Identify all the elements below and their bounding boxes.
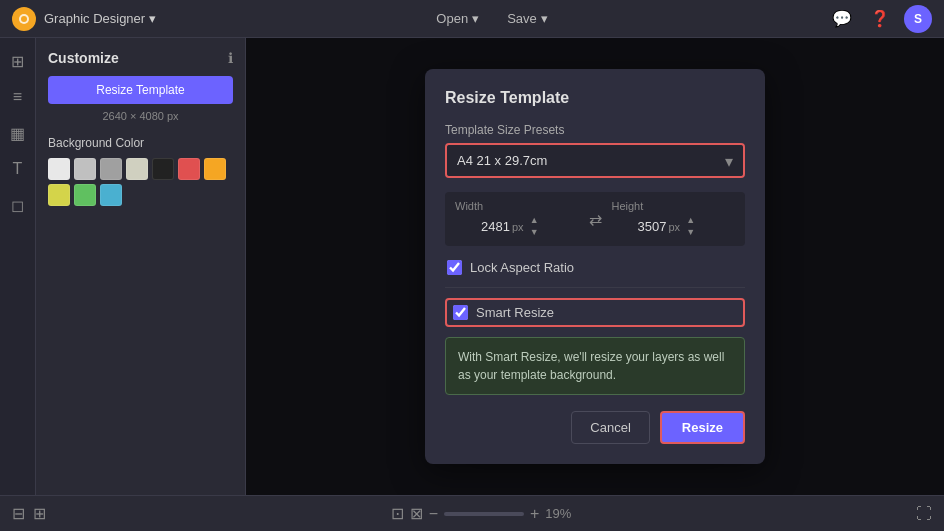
grid-button[interactable]: ▦ (3, 118, 33, 148)
swatch-yellow[interactable] (48, 184, 70, 206)
zoom-slider[interactable] (444, 512, 524, 516)
zoom-out-icon[interactable]: − (429, 505, 438, 523)
svg-point-1 (21, 16, 27, 22)
bottombar-center: ⊡ ⊠ − + 19% (391, 504, 572, 523)
zoom-control: ⊡ ⊠ − + 19% (391, 504, 572, 523)
resize-template-modal: Resize Template Template Size Presets A4… (425, 69, 765, 464)
smart-resize-label[interactable]: Smart Resize (476, 305, 554, 320)
width-increment-button[interactable]: ▲ (528, 215, 541, 226)
bg-color-label: Background Color (48, 136, 233, 150)
width-decrement-button[interactable]: ▼ (528, 227, 541, 238)
height-input-wrapper: px ▲ ▼ (612, 215, 736, 238)
dimensions-row: Width px ▲ ▼ ⇄ Height (445, 192, 745, 246)
divider (445, 287, 745, 288)
bottombar: ⊟ ⊞ ⊡ ⊠ − + 19% ⛶ (0, 495, 944, 531)
cancel-button[interactable]: Cancel (571, 411, 649, 444)
smart-resize-checkbox[interactable] (453, 305, 468, 320)
preset-select-wrapper: A4 21 x 29.7cm A3 29.7 x 42cm Letter 8.5… (445, 143, 745, 178)
topbar: Graphic Designer ▾ Open ▾ Save ▾ 💬 ❓ S (0, 0, 944, 38)
swatch-orange[interactable] (204, 158, 226, 180)
comment-button[interactable]: 💬 (828, 5, 856, 33)
canvas-area: Resize Template Template Size Presets A4… (246, 38, 944, 495)
bottombar-right: ⛶ (916, 505, 932, 523)
color-swatches (48, 158, 233, 206)
resize-button[interactable]: Resize (660, 411, 745, 444)
save-button[interactable]: Save ▾ (499, 7, 556, 30)
preset-label: Template Size Presets (445, 123, 745, 137)
modal-title: Resize Template (445, 89, 745, 107)
width-stepper: ▲ ▼ (528, 215, 541, 238)
swatch-red[interactable] (178, 158, 200, 180)
height-group: Height px ▲ ▼ (612, 200, 736, 238)
left-icon-bar: ⊞ ≡ ▦ T ◻ (0, 38, 36, 495)
height-stepper: ▲ ▼ (684, 215, 697, 238)
width-unit: px (512, 221, 524, 233)
swatch-blue[interactable] (100, 184, 122, 206)
save-chevron-icon: ▾ (541, 11, 548, 26)
height-input[interactable] (612, 219, 667, 234)
topbar-center: Open ▾ Save ▾ (428, 7, 555, 30)
width-label: Width (455, 200, 579, 212)
info-icon[interactable]: ℹ (228, 50, 233, 66)
side-panel-title: Customize (48, 50, 119, 66)
open-button[interactable]: Open ▾ (428, 7, 487, 30)
width-group: Width px ▲ ▼ (455, 200, 579, 238)
topbar-right: 💬 ❓ S (828, 5, 932, 33)
open-chevron-icon: ▾ (472, 11, 479, 26)
help-button[interactable]: ❓ (866, 5, 894, 33)
swatch-white[interactable] (48, 158, 70, 180)
height-decrement-button[interactable]: ▼ (684, 227, 697, 238)
resize-template-button[interactable]: Resize Template (48, 76, 233, 104)
list-view-icon[interactable]: ⊞ (33, 504, 46, 523)
swatch-warm-gray[interactable] (126, 158, 148, 180)
height-increment-button[interactable]: ▲ (684, 215, 697, 226)
shapes-button[interactable]: ◻ (3, 190, 33, 220)
side-panel: Customize ℹ Resize Template 2640 × 4080 … (36, 38, 246, 495)
main-layout: ⊞ ≡ ▦ T ◻ Customize ℹ Resize Template 26… (0, 38, 944, 495)
modal-footer: Cancel Resize (445, 411, 745, 444)
lock-aspect-row: Lock Aspect Ratio (445, 260, 745, 275)
smart-resize-info-text: With Smart Resize, we'll resize your lay… (458, 348, 732, 384)
topbar-left: Graphic Designer ▾ (12, 7, 156, 31)
bottombar-left: ⊟ ⊞ (12, 504, 46, 523)
modal-overlay: Resize Template Template Size Presets A4… (246, 38, 944, 495)
aspect-ratio-icon[interactable]: ⊠ (410, 504, 423, 523)
zoom-in-icon[interactable]: + (530, 505, 539, 523)
grid-view-icon[interactable]: ⊟ (12, 504, 25, 523)
height-label: Height (612, 200, 736, 212)
layers-button[interactable]: ⊞ (3, 46, 33, 76)
swatch-green[interactable] (74, 184, 96, 206)
smart-resize-row: Smart Resize (445, 298, 745, 327)
swatch-black[interactable] (152, 158, 174, 180)
zoom-value-label: 19% (545, 506, 571, 521)
width-input-wrapper: px ▲ ▼ (455, 215, 579, 238)
swatch-mid-gray[interactable] (100, 158, 122, 180)
fullscreen-icon[interactable]: ⛶ (916, 505, 932, 523)
lock-aspect-label[interactable]: Lock Aspect Ratio (470, 260, 574, 275)
text-button[interactable]: T (3, 154, 33, 184)
preset-select[interactable]: A4 21 x 29.7cm A3 29.7 x 42cm Letter 8.5… (447, 145, 743, 176)
app-name-label[interactable]: Graphic Designer ▾ (44, 11, 156, 26)
side-panel-header: Customize ℹ (48, 50, 233, 66)
avatar[interactable]: S (904, 5, 932, 33)
lock-aspect-checkbox[interactable] (447, 260, 462, 275)
height-unit: px (669, 221, 681, 233)
swatch-light-gray[interactable] (74, 158, 96, 180)
app-logo (12, 7, 36, 31)
effects-button[interactable]: ≡ (3, 82, 33, 112)
swap-dimensions-icon[interactable]: ⇄ (585, 206, 606, 233)
smart-resize-info-box: With Smart Resize, we'll resize your lay… (445, 337, 745, 395)
width-input[interactable] (455, 219, 510, 234)
app-name-chevron: ▾ (149, 11, 156, 26)
fit-screen-icon[interactable]: ⊡ (391, 504, 404, 523)
template-size-label: 2640 × 4080 px (48, 110, 233, 122)
